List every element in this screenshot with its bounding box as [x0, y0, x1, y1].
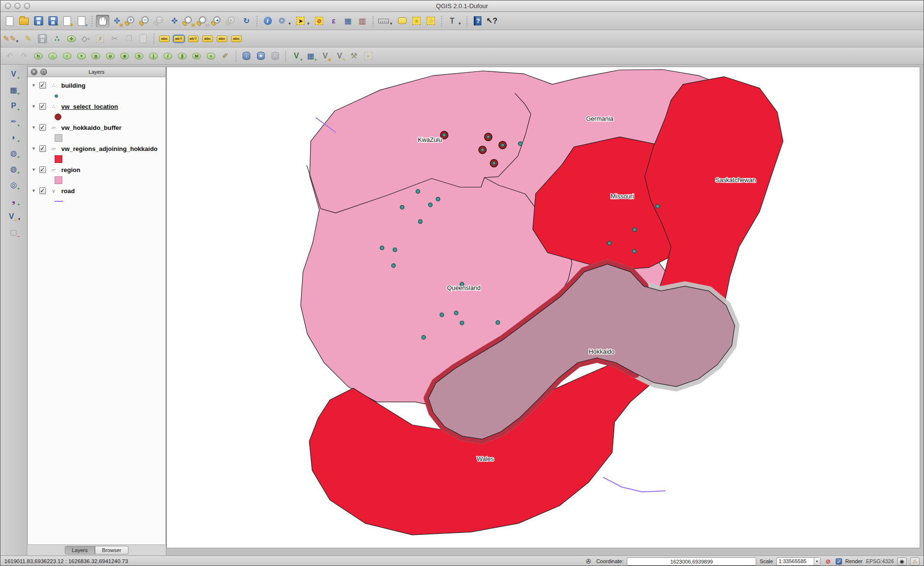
save-project-button[interactable]: [32, 15, 45, 27]
layer-expand-triangle[interactable]: ▼: [32, 146, 36, 151]
selection-tool-extra-button[interactable]: ▫: [362, 50, 375, 62]
add-wcs-layer-button[interactable]: ◍+: [8, 163, 19, 175]
remove-layer-button[interactable]: ▢−: [8, 227, 19, 238]
offset-curve-button[interactable]: ): [147, 50, 160, 62]
layer-visibility-checkbox[interactable]: ✓: [39, 166, 46, 173]
vector-edit-tool-button[interactable]: V✎: [333, 50, 346, 62]
zoom-in-button[interactable]: +: [125, 15, 138, 27]
select-features-button[interactable]: ➤▼: [294, 15, 312, 27]
crs-status-button[interactable]: ◉: [897, 557, 907, 566]
whats-this-button[interactable]: ↖?: [485, 15, 499, 27]
save-project-as-button[interactable]: ✎: [46, 15, 59, 27]
node-tool-button[interactable]: ◇◦: [79, 33, 93, 45]
layer-item-vw_regions_adjoining_hokkaido[interactable]: ▼✓▱vw_regions_adjoining_hokkaido: [28, 143, 165, 154]
rotate-point-symbols-button[interactable]: ✐: [219, 50, 232, 62]
current-edits-button[interactable]: ✎✎▼: [3, 33, 21, 45]
add-part-button[interactable]: +: [75, 50, 88, 62]
zoom-next-button[interactable]: ▸: [225, 15, 239, 27]
add-postgis-layer-button[interactable]: P+: [8, 100, 19, 112]
log-messages-button[interactable]: ⚠: [910, 557, 920, 566]
zoom-to-layer-button[interactable]: ▭: [197, 15, 210, 27]
coordinate-input[interactable]: 1623006,6939899: [627, 557, 756, 566]
merge-attributes-button[interactable]: ≡: [204, 50, 218, 62]
toggle-editing-button[interactable]: ✎: [22, 33, 35, 45]
rotate-feature-button[interactable]: ↻: [32, 50, 45, 62]
layer-name[interactable]: vw_select_location: [61, 103, 118, 110]
new-shapefile-layer-button[interactable]: V✳▼: [6, 211, 22, 222]
new-shapefile-layer-dropdown-arrow[interactable]: ▼: [17, 217, 21, 222]
labeling-button[interactable]: abc: [158, 33, 171, 45]
layer-item-building[interactable]: ▼✓∴building: [28, 80, 165, 91]
identify-features-button[interactable]: i: [261, 15, 274, 27]
panel-tab-browser[interactable]: Browser: [95, 546, 129, 554]
panel-tab-layers[interactable]: Layers: [65, 546, 95, 554]
layer-item-vw_select_location[interactable]: ▼✓∴vw_select_location: [28, 101, 165, 112]
open-project-button[interactable]: [17, 15, 31, 27]
undo-button[interactable]: ↶: [3, 50, 16, 62]
add-delimited-text-layer-button[interactable]: ❟+: [8, 195, 19, 207]
measure-line-dropdown-arrow[interactable]: ▼: [389, 22, 393, 26]
add-spatialite-layer-button[interactable]: ✒+: [8, 116, 19, 127]
stop-render-icon[interactable]: ⊘: [824, 557, 832, 566]
reshape-features-button[interactable]: S: [132, 50, 146, 62]
layer-name[interactable]: vw_hokkaido_buffer: [61, 124, 122, 131]
deselect-features-button[interactable]: ⊘: [313, 15, 326, 27]
new-project-button[interactable]: [3, 15, 16, 27]
layer-item-vw_hokkaido_buffer[interactable]: ▼✓▱vw_hokkaido_buffer: [28, 122, 165, 133]
add-ring-button[interactable]: ○: [60, 50, 74, 62]
layer-name[interactable]: region: [61, 166, 81, 173]
zoom-out-button[interactable]: −: [139, 15, 152, 27]
composer-manager-button[interactable]: ⌕: [75, 15, 88, 27]
merge-features-button[interactable]: M: [190, 50, 203, 62]
run-feature-action-button[interactable]: ❂▼: [275, 15, 293, 27]
new-vector-layer-tool-button[interactable]: V+: [290, 50, 303, 62]
layer-expand-triangle[interactable]: ▼: [32, 188, 36, 193]
copy-features-button[interactable]: ❐: [122, 33, 136, 45]
layer-item-road[interactable]: ▼✓∨road: [28, 185, 165, 196]
move-label-button[interactable]: abc: [201, 33, 214, 45]
save-layer-edits-button[interactable]: ✎: [36, 33, 49, 45]
add-wms-layer-button[interactable]: ◍+: [8, 148, 19, 159]
add-vector-layer-button[interactable]: V+: [8, 69, 19, 80]
pin-labels-button[interactable]: ab⚲: [172, 33, 186, 45]
fill-ring-button[interactable]: ◍: [89, 50, 103, 62]
text-annotation-button[interactable]: T▼: [445, 15, 463, 27]
add-feature-button[interactable]: ∴: [50, 33, 64, 45]
field-calculator-button[interactable]: ▥: [356, 15, 369, 27]
add-raster-layer-button[interactable]: ▦+: [8, 84, 19, 96]
zoom-native-button[interactable]: 1:1: [153, 15, 167, 27]
layer-name[interactable]: vw_regions_adjoining_hokkaido: [61, 145, 158, 152]
layer-visibility-checkbox[interactable]: ✓: [39, 187, 46, 194]
run-feature-action-dropdown-arrow[interactable]: ▼: [288, 22, 292, 26]
layer-item-region[interactable]: ▼✓▱region: [28, 164, 165, 175]
delete-ring-button[interactable]: ⊖: [104, 50, 117, 62]
add-mssql-layer-button[interactable]: ◗+: [8, 132, 19, 143]
render-checkbox[interactable]: ✓: [836, 558, 842, 565]
layer-visibility-checkbox[interactable]: ✓: [39, 103, 46, 110]
open-attribute-table-button[interactable]: ▦: [341, 15, 355, 27]
zoom-full-button[interactable]: ✜: [168, 15, 181, 27]
split-features-button[interactable]: /: [161, 50, 175, 62]
layer-expand-triangle[interactable]: ▼: [32, 167, 36, 172]
help-contents-button[interactable]: ?: [471, 15, 484, 27]
show-bookmarks-button[interactable]: ☆: [424, 15, 438, 27]
layer-visibility-checkbox[interactable]: ✓: [39, 82, 46, 89]
layer-visibility-checkbox[interactable]: ✓: [39, 124, 46, 131]
db-manager-button[interactable]: ⚒: [347, 50, 361, 62]
split-parts-button[interactable]: ∥: [175, 50, 189, 62]
change-label-button[interactable]: abc: [230, 33, 243, 45]
new-db-layer-tool-button[interactable]: ▦+: [304, 50, 317, 62]
layer-expand-triangle[interactable]: ▼: [32, 125, 36, 130]
select-features-dropdown-arrow[interactable]: ▼: [306, 22, 310, 26]
layer-name[interactable]: building: [61, 82, 86, 89]
layer-expand-triangle[interactable]: ▼: [32, 83, 36, 88]
scale-dropdown-arrow[interactable]: ▼: [814, 558, 820, 565]
rotate-label-button[interactable]: abc: [215, 33, 229, 45]
export-from-db-button[interactable]: ★: [254, 50, 268, 62]
layer-expand-triangle[interactable]: ▼: [32, 104, 36, 109]
new-bookmark-button[interactable]: ★: [410, 15, 423, 27]
drop-db-table-button[interactable]: −: [269, 50, 282, 62]
zoom-last-button[interactable]: ◂: [211, 15, 224, 27]
pan-map-button[interactable]: [96, 15, 109, 27]
zoom-to-selection-button[interactable]: ▣: [182, 15, 196, 27]
